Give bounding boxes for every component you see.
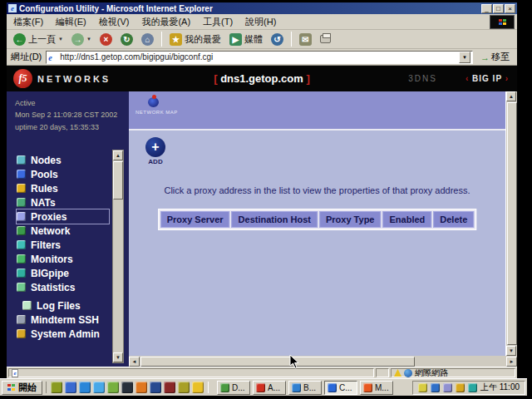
scroll-down-icon[interactable]: ▼ (506, 346, 516, 356)
sidebar-item-nodes[interactable]: Nodes (17, 153, 109, 167)
horizontal-scroll-thumb[interactable] (140, 357, 415, 367)
sidebar-item-filters[interactable]: Filters (17, 238, 109, 252)
favorites-button[interactable]: ★ 我的最愛 (167, 32, 224, 47)
quick-launch-icon-8[interactable] (150, 382, 161, 393)
quick-launch-icon-11[interactable] (192, 382, 204, 393)
network-map-label: NETWORK MAP (135, 110, 172, 115)
column-header-proxy-server[interactable]: Proxy Server (160, 211, 230, 228)
sidebar-item-monitors[interactable]: Monitors (17, 252, 109, 266)
column-header-enabled[interactable]: Enabled (382, 211, 431, 228)
forward-dropdown-icon: ▼ (86, 37, 91, 42)
sidebar-scroll-down-icon[interactable]: ▼ (113, 352, 123, 362)
menu-item-f[interactable]: 檔案(F) (13, 16, 43, 28)
taskbar-window-a[interactable]: A... (253, 381, 286, 395)
hostname-text: dns1.getop.com (220, 72, 303, 85)
link-bigip[interactable]: ‹ BIG IP › (466, 74, 509, 83)
system-tray: 上午 11:00 (412, 381, 525, 395)
sidebar-scroll-thumb[interactable] (113, 161, 123, 200)
add-proxy-button[interactable]: + ADD (142, 137, 169, 165)
taskbar-window-b[interactable]: B... (288, 381, 322, 395)
vertical-scrollbar[interactable]: ▲ ▼ (505, 91, 517, 356)
network-map-button[interactable]: NETWORK MAP (135, 95, 172, 115)
taskbar-window-label: B... (303, 383, 316, 392)
taskbar-window-label: A... (268, 383, 280, 392)
address-bar: 網址(D) e http://dns1.getop.com/bigipgui/b… (7, 49, 517, 66)
tray-flag-icon[interactable] (431, 383, 440, 392)
taskbar: 開始 D...A...B...C...M... 上午 11:00 (0, 378, 527, 396)
quick-launch-icon-3[interactable] (79, 382, 91, 393)
sidebar-item-system-admin[interactable]: System Admin (17, 327, 109, 341)
taskbar-window-icon (363, 383, 372, 392)
sidebar-scrollbar[interactable]: ▲ ▼ (112, 150, 124, 363)
tray-ball-icon[interactable] (456, 383, 465, 392)
taskbar-window-c[interactable]: C... (324, 381, 357, 395)
quick-launch-icon-9[interactable] (164, 382, 175, 393)
minimize-button[interactable]: _ (481, 4, 492, 13)
sidebar-scroll-up-icon[interactable]: ▲ (113, 150, 123, 160)
scroll-right-icon[interactable]: ► (506, 357, 517, 367)
horizontal-scrollbar[interactable]: ◄ ► (129, 356, 517, 367)
sidebar-item-network[interactable]: Network (17, 224, 109, 238)
go-icon: → (480, 52, 490, 62)
address-dropdown-button[interactable]: ▼ (459, 52, 470, 63)
start-button[interactable]: 開始 (2, 381, 42, 395)
sidebar-item-label: NATs (31, 197, 56, 209)
ie-throbber-logo (490, 15, 515, 29)
sidebar-item-label: Pools (31, 169, 58, 180)
print-button[interactable] (318, 34, 333, 44)
go-button[interactable]: → 移至 (477, 51, 513, 63)
tray-volume-icon[interactable] (418, 383, 427, 392)
stop-icon: × (100, 33, 112, 46)
scroll-up-icon[interactable]: ▲ (506, 91, 516, 101)
menu-item-a[interactable]: 我的最愛(A) (141, 16, 190, 28)
document-icon: e (12, 369, 18, 377)
sidebar-item-nats[interactable]: NATs (17, 195, 109, 209)
maximize-button[interactable]: □ (493, 4, 504, 13)
network-map-icon (145, 95, 162, 108)
quick-launch-icon-4[interactable] (93, 382, 105, 393)
sidebar-item-log-files[interactable]: Log Files (17, 298, 109, 313)
column-header-delete[interactable]: Delete (433, 211, 474, 228)
menu-item-t[interactable]: 工具(T) (203, 16, 233, 28)
quick-launch-icon-6[interactable] (121, 382, 133, 393)
column-header-proxy-type[interactable]: Proxy Type (319, 211, 382, 228)
taskbar-window-m[interactable]: M... (360, 381, 393, 395)
taskbar-window-icon (328, 383, 337, 392)
history-button[interactable]: ↺ (268, 32, 286, 47)
link-3dns[interactable]: 3DNS (408, 74, 437, 83)
sidebar-item-mindterm-ssh[interactable]: Mindterm SSH (17, 313, 109, 327)
home-icon: ⌂ (141, 33, 154, 46)
menu-item-h[interactable]: 說明(H) (245, 16, 276, 28)
forward-button[interactable]: → ▼ (69, 32, 94, 47)
media-button[interactable]: ▶ 媒體 (227, 32, 265, 47)
address-input[interactable]: e http://dns1.getop.com/bigipgui/bigconf… (46, 51, 473, 64)
sidebar-item-bigpipe[interactable]: BIGpipe (17, 266, 109, 280)
scroll-left-icon[interactable]: ◄ (129, 357, 140, 367)
quick-launch-icon-10[interactable] (178, 382, 190, 393)
system-uptime: uptime 20 days, 15:35:33 (15, 121, 129, 133)
column-header-destination-host[interactable]: Destination Host (232, 211, 318, 228)
refresh-button[interactable]: ↻ (118, 32, 135, 47)
sidebar-item-proxies[interactable]: Proxies (17, 209, 109, 224)
quick-launch-icon-1[interactable] (51, 382, 62, 393)
home-button[interactable]: ⌂ (139, 32, 156, 47)
menu-item-e[interactable]: 編輯(E) (56, 16, 86, 28)
sidebar-item-statistics[interactable]: Statistics (17, 280, 109, 294)
sidebar-item-pools[interactable]: Pools (17, 167, 109, 181)
quick-launch-icon-7[interactable] (135, 382, 147, 393)
vertical-scroll-thumb[interactable] (507, 102, 517, 345)
quick-launch-icon-2[interactable] (65, 382, 76, 393)
tray-app-icon[interactable] (468, 383, 477, 392)
toolbar-separator (291, 32, 292, 47)
sidebar-item-rules[interactable]: Rules (17, 181, 109, 195)
quick-launch-icon-5[interactable] (107, 382, 119, 393)
close-button[interactable]: × (505, 4, 515, 13)
back-button[interactable]: ← 上一頁 ▼ (11, 32, 66, 47)
browser-window: e Configuration Utility - Microsoft Inte… (7, 2, 517, 378)
menu-item-v[interactable]: 檢視(V) (99, 16, 130, 28)
stop-button[interactable]: × (97, 32, 115, 47)
mail-button[interactable]: ✉ (297, 32, 314, 47)
taskbar-window-d[interactable]: D... (217, 381, 250, 395)
toolbar-separator (161, 32, 162, 47)
tray-display-icon[interactable] (443, 383, 452, 392)
